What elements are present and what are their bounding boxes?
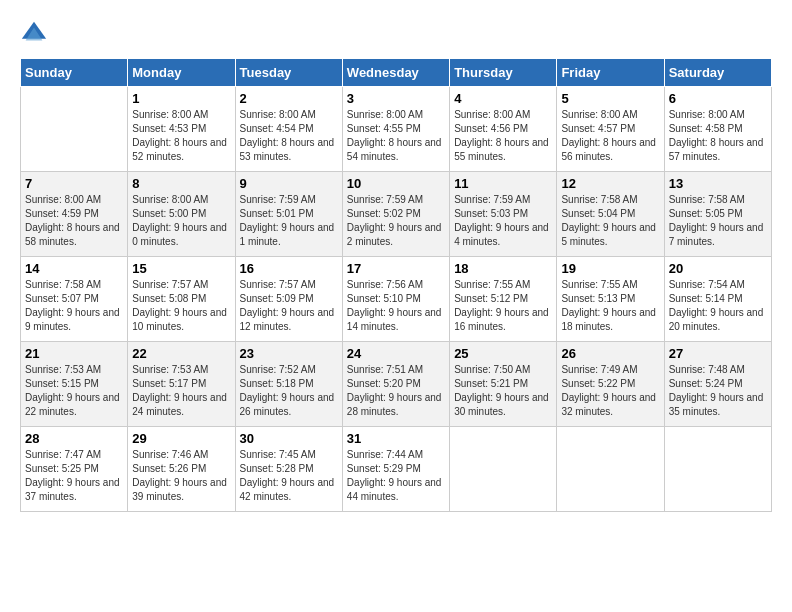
calendar-day-cell: 1Sunrise: 8:00 AMSunset: 4:53 PMDaylight… xyxy=(128,87,235,172)
calendar-day-cell: 18Sunrise: 7:55 AMSunset: 5:12 PMDayligh… xyxy=(450,257,557,342)
calendar-day-cell: 20Sunrise: 7:54 AMSunset: 5:14 PMDayligh… xyxy=(664,257,771,342)
day-number: 7 xyxy=(25,176,123,191)
day-of-week-header: Saturday xyxy=(664,59,771,87)
day-number: 4 xyxy=(454,91,552,106)
day-info: Sunrise: 8:00 AMSunset: 4:53 PMDaylight:… xyxy=(132,108,230,164)
day-info: Sunrise: 7:54 AMSunset: 5:14 PMDaylight:… xyxy=(669,278,767,334)
day-number: 14 xyxy=(25,261,123,276)
calendar-day-cell: 17Sunrise: 7:56 AMSunset: 5:10 PMDayligh… xyxy=(342,257,449,342)
day-info: Sunrise: 7:47 AMSunset: 5:25 PMDaylight:… xyxy=(25,448,123,504)
day-number: 11 xyxy=(454,176,552,191)
day-info: Sunrise: 7:58 AMSunset: 5:05 PMDaylight:… xyxy=(669,193,767,249)
calendar-day-cell: 10Sunrise: 7:59 AMSunset: 5:02 PMDayligh… xyxy=(342,172,449,257)
day-info: Sunrise: 7:58 AMSunset: 5:07 PMDaylight:… xyxy=(25,278,123,334)
header xyxy=(20,20,772,48)
logo xyxy=(20,20,52,48)
calendar-day-cell: 9Sunrise: 7:59 AMSunset: 5:01 PMDaylight… xyxy=(235,172,342,257)
day-info: Sunrise: 8:00 AMSunset: 4:56 PMDaylight:… xyxy=(454,108,552,164)
calendar-day-cell: 2Sunrise: 8:00 AMSunset: 4:54 PMDaylight… xyxy=(235,87,342,172)
day-number: 8 xyxy=(132,176,230,191)
calendar-day-cell xyxy=(664,427,771,512)
day-info: Sunrise: 7:53 AMSunset: 5:17 PMDaylight:… xyxy=(132,363,230,419)
calendar-day-cell: 31Sunrise: 7:44 AMSunset: 5:29 PMDayligh… xyxy=(342,427,449,512)
day-info: Sunrise: 7:51 AMSunset: 5:20 PMDaylight:… xyxy=(347,363,445,419)
day-number: 28 xyxy=(25,431,123,446)
calendar-day-cell: 14Sunrise: 7:58 AMSunset: 5:07 PMDayligh… xyxy=(21,257,128,342)
calendar-day-cell: 24Sunrise: 7:51 AMSunset: 5:20 PMDayligh… xyxy=(342,342,449,427)
calendar-header-row: SundayMondayTuesdayWednesdayThursdayFrid… xyxy=(21,59,772,87)
calendar-day-cell: 23Sunrise: 7:52 AMSunset: 5:18 PMDayligh… xyxy=(235,342,342,427)
day-number: 26 xyxy=(561,346,659,361)
day-number: 23 xyxy=(240,346,338,361)
calendar-week-row: 7Sunrise: 8:00 AMSunset: 4:59 PMDaylight… xyxy=(21,172,772,257)
day-info: Sunrise: 7:55 AMSunset: 5:13 PMDaylight:… xyxy=(561,278,659,334)
calendar-day-cell: 29Sunrise: 7:46 AMSunset: 5:26 PMDayligh… xyxy=(128,427,235,512)
calendar-day-cell: 8Sunrise: 8:00 AMSunset: 5:00 PMDaylight… xyxy=(128,172,235,257)
calendar-day-cell: 11Sunrise: 7:59 AMSunset: 5:03 PMDayligh… xyxy=(450,172,557,257)
calendar-day-cell: 13Sunrise: 7:58 AMSunset: 5:05 PMDayligh… xyxy=(664,172,771,257)
day-info: Sunrise: 7:45 AMSunset: 5:28 PMDaylight:… xyxy=(240,448,338,504)
day-number: 5 xyxy=(561,91,659,106)
calendar-day-cell: 5Sunrise: 8:00 AMSunset: 4:57 PMDaylight… xyxy=(557,87,664,172)
calendar-day-cell: 15Sunrise: 7:57 AMSunset: 5:08 PMDayligh… xyxy=(128,257,235,342)
day-info: Sunrise: 8:00 AMSunset: 4:55 PMDaylight:… xyxy=(347,108,445,164)
day-info: Sunrise: 7:57 AMSunset: 5:08 PMDaylight:… xyxy=(132,278,230,334)
calendar-day-cell: 22Sunrise: 7:53 AMSunset: 5:17 PMDayligh… xyxy=(128,342,235,427)
day-info: Sunrise: 7:44 AMSunset: 5:29 PMDaylight:… xyxy=(347,448,445,504)
day-number: 12 xyxy=(561,176,659,191)
day-of-week-header: Sunday xyxy=(21,59,128,87)
day-number: 24 xyxy=(347,346,445,361)
day-info: Sunrise: 8:00 AMSunset: 4:58 PMDaylight:… xyxy=(669,108,767,164)
calendar-day-cell: 25Sunrise: 7:50 AMSunset: 5:21 PMDayligh… xyxy=(450,342,557,427)
calendar-day-cell: 28Sunrise: 7:47 AMSunset: 5:25 PMDayligh… xyxy=(21,427,128,512)
day-info: Sunrise: 7:58 AMSunset: 5:04 PMDaylight:… xyxy=(561,193,659,249)
calendar-day-cell: 26Sunrise: 7:49 AMSunset: 5:22 PMDayligh… xyxy=(557,342,664,427)
day-info: Sunrise: 7:52 AMSunset: 5:18 PMDaylight:… xyxy=(240,363,338,419)
day-info: Sunrise: 8:00 AMSunset: 4:54 PMDaylight:… xyxy=(240,108,338,164)
day-info: Sunrise: 7:59 AMSunset: 5:02 PMDaylight:… xyxy=(347,193,445,249)
calendar-day-cell: 3Sunrise: 8:00 AMSunset: 4:55 PMDaylight… xyxy=(342,87,449,172)
day-of-week-header: Wednesday xyxy=(342,59,449,87)
day-info: Sunrise: 7:53 AMSunset: 5:15 PMDaylight:… xyxy=(25,363,123,419)
day-number: 6 xyxy=(669,91,767,106)
day-info: Sunrise: 7:55 AMSunset: 5:12 PMDaylight:… xyxy=(454,278,552,334)
day-number: 19 xyxy=(561,261,659,276)
calendar-week-row: 1Sunrise: 8:00 AMSunset: 4:53 PMDaylight… xyxy=(21,87,772,172)
day-number: 31 xyxy=(347,431,445,446)
day-number: 16 xyxy=(240,261,338,276)
day-number: 27 xyxy=(669,346,767,361)
calendar-day-cell: 12Sunrise: 7:58 AMSunset: 5:04 PMDayligh… xyxy=(557,172,664,257)
calendar-day-cell: 16Sunrise: 7:57 AMSunset: 5:09 PMDayligh… xyxy=(235,257,342,342)
day-number: 9 xyxy=(240,176,338,191)
day-number: 29 xyxy=(132,431,230,446)
day-number: 30 xyxy=(240,431,338,446)
day-info: Sunrise: 7:49 AMSunset: 5:22 PMDaylight:… xyxy=(561,363,659,419)
calendar-day-cell xyxy=(450,427,557,512)
calendar-week-row: 28Sunrise: 7:47 AMSunset: 5:25 PMDayligh… xyxy=(21,427,772,512)
day-info: Sunrise: 7:59 AMSunset: 5:01 PMDaylight:… xyxy=(240,193,338,249)
day-info: Sunrise: 7:56 AMSunset: 5:10 PMDaylight:… xyxy=(347,278,445,334)
day-info: Sunrise: 7:59 AMSunset: 5:03 PMDaylight:… xyxy=(454,193,552,249)
day-info: Sunrise: 8:00 AMSunset: 4:57 PMDaylight:… xyxy=(561,108,659,164)
calendar-day-cell: 21Sunrise: 7:53 AMSunset: 5:15 PMDayligh… xyxy=(21,342,128,427)
calendar-day-cell xyxy=(557,427,664,512)
calendar-day-cell xyxy=(21,87,128,172)
day-info: Sunrise: 8:00 AMSunset: 4:59 PMDaylight:… xyxy=(25,193,123,249)
day-info: Sunrise: 8:00 AMSunset: 5:00 PMDaylight:… xyxy=(132,193,230,249)
day-info: Sunrise: 7:46 AMSunset: 5:26 PMDaylight:… xyxy=(132,448,230,504)
day-number: 10 xyxy=(347,176,445,191)
logo-icon xyxy=(20,20,48,48)
calendar-day-cell: 19Sunrise: 7:55 AMSunset: 5:13 PMDayligh… xyxy=(557,257,664,342)
day-number: 1 xyxy=(132,91,230,106)
day-number: 17 xyxy=(347,261,445,276)
day-number: 13 xyxy=(669,176,767,191)
day-number: 25 xyxy=(454,346,552,361)
day-info: Sunrise: 7:48 AMSunset: 5:24 PMDaylight:… xyxy=(669,363,767,419)
day-of-week-header: Thursday xyxy=(450,59,557,87)
calendar-week-row: 21Sunrise: 7:53 AMSunset: 5:15 PMDayligh… xyxy=(21,342,772,427)
day-number: 3 xyxy=(347,91,445,106)
calendar-day-cell: 7Sunrise: 8:00 AMSunset: 4:59 PMDaylight… xyxy=(21,172,128,257)
day-number: 15 xyxy=(132,261,230,276)
day-number: 21 xyxy=(25,346,123,361)
day-number: 2 xyxy=(240,91,338,106)
